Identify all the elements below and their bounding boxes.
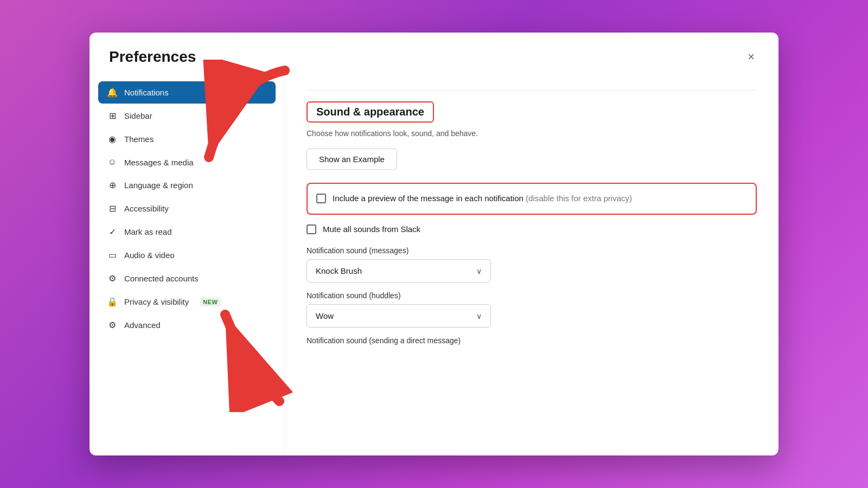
sidebar-item-label: Mark as read — [124, 227, 172, 236]
modal-body: 🔔 Notifications ⊞ Sidebar ◉ Themes ☺ Mes… — [90, 77, 778, 455]
sound-messages-select[interactable]: Knock Brush ∨ — [307, 259, 491, 282]
sidebar-item-label: Messages & media — [124, 158, 194, 167]
sidebar-item-language-region[interactable]: ⊕ Language & region — [98, 174, 276, 196]
sidebar-item-label: Advanced — [124, 320, 161, 330]
sidebar-item-mark-as-read[interactable]: ✓ Mark as read — [98, 221, 276, 243]
show-example-button[interactable]: Show an Example — [307, 149, 397, 170]
modal-title: Preferences — [109, 48, 196, 66]
advanced-icon: ⚙ — [107, 320, 118, 330]
sidebar-item-accessibility[interactable]: ⊟ Accessibility — [98, 197, 276, 220]
section-title: Sound & appearance — [316, 106, 424, 118]
preview-checkbox-label: Include a preview of the message in each… — [333, 192, 632, 205]
sidebar-icon: ⊞ — [107, 111, 118, 121]
new-badge: NEW — [200, 298, 221, 306]
sound-messages-label: Notification sound (messages) — [307, 246, 757, 255]
sidebar-item-audio-video[interactable]: ▭ Audio & video — [98, 244, 276, 266]
privacy-icon: 🔒 — [107, 297, 118, 307]
sound-dm-label: Notification sound (sending a direct mes… — [307, 336, 757, 345]
preview-checkbox[interactable] — [316, 194, 326, 203]
modal-header: Preferences × — [90, 33, 778, 77]
notifications-icon: 🔔 — [107, 87, 118, 98]
sidebar-item-label: Accessibility — [124, 204, 169, 213]
mute-sounds-label: Mute all sounds from Slack — [323, 223, 420, 236]
divider — [307, 90, 757, 91]
preview-checkbox-row: Include a preview of the message in each… — [307, 183, 757, 215]
sound-huddles-select[interactable]: Wow ∨ — [307, 304, 491, 328]
sound-messages-value: Knock Brush — [316, 266, 362, 275]
sidebar-item-connected-accounts[interactable]: ⚙ Connected accounts — [98, 267, 276, 290]
sidebar-item-label: Connected accounts — [124, 274, 199, 283]
preview-label-text: Include a preview of the message in each… — [333, 194, 524, 203]
chevron-down-icon: ∨ — [476, 267, 482, 275]
sidebar-item-privacy-visibility[interactable]: 🔒 Privacy & visibility NEW — [98, 291, 276, 313]
accessibility-icon: ⊟ — [107, 203, 118, 214]
mute-sounds-checkbox-row: Mute all sounds from Slack — [307, 221, 757, 238]
messages-icon: ☺ — [107, 157, 118, 167]
sidebar-item-sidebar[interactable]: ⊞ Sidebar — [98, 105, 276, 127]
mark-read-icon: ✓ — [107, 227, 118, 237]
sidebar-item-label: Audio & video — [124, 251, 175, 260]
sidebar-item-label: Themes — [124, 134, 154, 144]
section-header: Sound & appearance — [307, 101, 434, 123]
sidebar-item-themes[interactable]: ◉ Themes — [98, 128, 276, 150]
section-description: Choose how notifications look, sound, an… — [307, 129, 757, 138]
sidebar-item-messages-media[interactable]: ☺ Messages & media — [98, 151, 276, 173]
close-button[interactable]: × — [743, 48, 759, 66]
audio-video-icon: ▭ — [107, 250, 118, 260]
chevron-down-icon: ∨ — [476, 312, 482, 320]
sidebar-item-label: Language & region — [124, 181, 193, 190]
preferences-modal: Preferences × 🔔 Notifications ⊞ Sidebar … — [90, 33, 778, 455]
themes-icon: ◉ — [107, 134, 118, 144]
mute-sounds-checkbox[interactable] — [307, 224, 316, 234]
sound-huddles-label: Notification sound (huddles) — [307, 291, 757, 300]
connected-icon: ⚙ — [107, 273, 118, 284]
sidebar-item-notifications[interactable]: 🔔 Notifications — [98, 81, 276, 104]
sound-huddles-value: Wow — [316, 311, 334, 320]
sidebar-item-label: Notifications — [124, 88, 169, 97]
sidebar-item-label: Sidebar — [124, 111, 152, 120]
sidebar-item-label: Privacy & visibility — [124, 297, 189, 306]
preview-label-muted: (disable this for extra privacy) — [526, 194, 632, 203]
sidebar: 🔔 Notifications ⊞ Sidebar ◉ Themes ☺ Mes… — [90, 77, 285, 455]
language-icon: ⊕ — [107, 180, 118, 190]
main-content: Sound & appearance Choose how notificati… — [285, 77, 778, 455]
sidebar-item-advanced[interactable]: ⚙ Advanced — [98, 314, 276, 336]
